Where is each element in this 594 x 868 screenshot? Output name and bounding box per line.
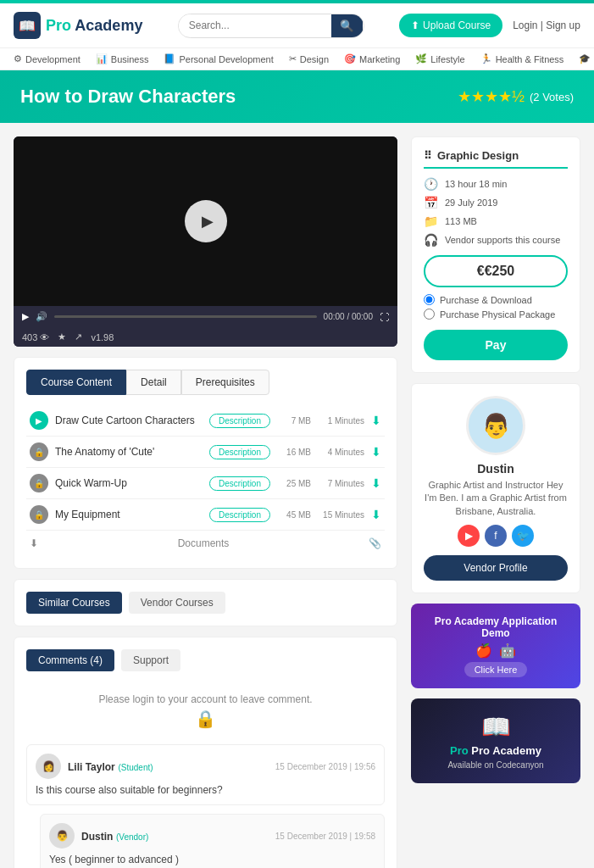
course-info-card: ⠿ Graphic Design 🕐 13 hour 18 min 📅 29 J… <box>411 136 580 373</box>
purchase-option-physical[interactable]: Purchase Physical Package <box>424 309 568 320</box>
nav-personal-dev[interactable]: 📘 Personal Development <box>164 53 273 64</box>
progress-bar[interactable] <box>54 315 317 318</box>
video-meta: 403 👁 ★ ↗ v1.98 <box>14 327 397 347</box>
twitter-icon[interactable]: 🐦 <box>512 525 534 547</box>
grid-icon: ⠿ <box>424 149 432 162</box>
lesson-row-0: ▶ Draw Cute Cartoon Characters Descripti… <box>26 405 385 437</box>
purchase-radio-download[interactable] <box>424 294 435 305</box>
nav-development[interactable]: ⚙ Development <box>14 53 80 64</box>
login-link[interactable]: Login | Sign up <box>513 19 580 31</box>
instructor-name: Dustin <box>424 462 568 476</box>
clock-icon: 🕐 <box>424 177 438 191</box>
commenter-info-0: Lili Taylor (Student) <box>68 760 153 773</box>
commenter-info-1: Dustin (Vendor) <box>81 830 148 843</box>
share-icon[interactable]: ↗ <box>75 331 82 342</box>
lesson-lock-icon-1: 🔒 <box>30 442 48 461</box>
tab-prerequisites[interactable]: Prerequisites <box>181 370 269 395</box>
category-header: ⠿ Graphic Design <box>424 149 568 169</box>
download-icon-1[interactable]: ⬇ <box>371 445 381 459</box>
video-screen[interactable] <box>14 136 397 306</box>
promo-app-content: Pro Academy Application Demo 🍎 🤖 Click H… <box>411 604 580 688</box>
promo-codecanyon-banner[interactable]: 📖 Pro Pro Academy Available on Codecanyo… <box>411 698 580 783</box>
rating-stars: ★★★★½ <box>458 87 525 106</box>
download-icon-2[interactable]: ⬇ <box>371 476 381 490</box>
fullscreen-button[interactable]: ⛶ <box>380 312 389 322</box>
play-pause-button[interactable]: ▶ <box>22 311 29 322</box>
left-column: ▶ 🔊 00:00 / 00:00 ⛶ 403 👁 ★ ↗ v1.98 Cour… <box>14 136 397 868</box>
course-content-section: Course Content Detail Prerequisites ▶ Dr… <box>14 357 397 569</box>
lesson-duration-3: 15 Minutes <box>318 510 364 520</box>
promo-cta[interactable]: Click Here <box>464 662 528 677</box>
main-content: ▶ 🔊 00:00 / 00:00 ⛶ 403 👁 ★ ↗ v1.98 Cour… <box>0 123 594 868</box>
comment-item-1: 👨 Dustin (Vendor) 15 December 2019 | 19:… <box>40 814 385 868</box>
login-notice: Please login to your account to leave co… <box>26 682 385 744</box>
apple-icon: 🍎 <box>475 643 492 659</box>
tab-vendor-courses[interactable]: Vendor Courses <box>129 592 225 614</box>
comment-meta-0: Lili Taylor (Student) 15 December 2019 |… <box>68 760 375 773</box>
comments-section: Comments (4) Support Please login to you… <box>14 637 397 868</box>
pay-button[interactable]: Pay <box>424 330 568 360</box>
attachment-icon: 📎 <box>369 537 381 549</box>
avatar-0: 👩 <box>36 754 61 779</box>
upload-icon: ⬆ <box>411 19 419 31</box>
lesson-name-2: Quick Warm-Up <box>55 477 203 489</box>
headset-icon: 🎧 <box>424 233 438 247</box>
meta-vendor-support: 🎧 Vendor supports this course <box>424 233 568 247</box>
volume-button[interactable]: 🔊 <box>36 311 47 322</box>
comment-header-1: 👨 Dustin (Vendor) 15 December 2019 | 19:… <box>49 823 375 849</box>
lesson-name-3: My Equipment <box>55 509 203 520</box>
similar-tabs: Similar Courses Vendor Courses <box>26 592 385 614</box>
description-button-0[interactable]: Description <box>209 414 270 428</box>
download-icon-3[interactable]: ⬇ <box>371 508 381 521</box>
tab-similar-courses[interactable]: Similar Courses <box>26 592 122 614</box>
nav-lifestyle[interactable]: 🌿 Lifestyle <box>415 53 464 64</box>
play-button[interactable] <box>185 200 227 242</box>
purchase-radio-physical[interactable] <box>424 309 435 320</box>
promo-app-banner[interactable]: Pro Academy Application Demo 🍎 🤖 Click H… <box>411 604 580 688</box>
promo-codecanyon-content: 📖 Pro Pro Academy Available on Codecanyo… <box>411 698 580 783</box>
upload-course-button[interactable]: ⬆ Upload Course <box>399 14 502 37</box>
description-button-3[interactable]: Description <box>209 508 270 522</box>
youtube-icon[interactable]: ▶ <box>458 525 480 547</box>
lesson-size-3: 45 MB <box>277 510 311 520</box>
logo-icon: 📖 <box>14 12 41 39</box>
logo[interactable]: 📖 Pro Academy <box>14 12 142 39</box>
vendor-profile-button[interactable]: Vendor Profile <box>424 555 568 581</box>
view-count: 403 👁 <box>22 332 49 342</box>
document-download-icon[interactable]: ⬇ <box>30 537 38 549</box>
facebook-icon[interactable]: f <box>485 525 507 547</box>
promo-cc-subtitle: Available on Codecanyon <box>447 760 543 770</box>
documents-row: ⬇ Documents 📎 <box>26 531 385 556</box>
tab-comments[interactable]: Comments (4) <box>26 649 114 671</box>
description-button-1[interactable]: Description <box>209 445 270 459</box>
nav-marketing[interactable]: 🎯 Marketing <box>344 53 400 64</box>
nav-business[interactable]: 📊 Business <box>96 53 149 64</box>
nav-design[interactable]: ✂ Design <box>289 53 329 64</box>
tab-support[interactable]: Support <box>121 649 180 671</box>
search-bar: 🔍 <box>178 14 364 38</box>
meta-size: 📁 113 MB <box>424 214 568 228</box>
lesson-row-3: 🔒 My Equipment Description 45 MB 15 Minu… <box>26 499 385 531</box>
nav-teaching[interactable]: 🎓 Teaching & Academics <box>579 53 594 64</box>
similar-section: Similar Courses Vendor Courses <box>14 579 397 626</box>
pro-label: Pro <box>450 744 469 757</box>
lesson-size-1: 16 MB <box>277 448 311 457</box>
purchase-option-download[interactable]: Purchase & Download <box>424 294 568 305</box>
lesson-play-icon-0: ▶ <box>30 411 48 430</box>
description-button-2[interactable]: Description <box>209 476 270 491</box>
course-title: How to Draw Characters <box>20 86 236 108</box>
tab-detail[interactable]: Detail <box>126 370 181 395</box>
android-icon: 🤖 <box>499 643 516 659</box>
nav-health[interactable]: 🏃 Health & Fitness <box>480 53 564 64</box>
promo-cc-title: Pro Pro Academy <box>450 744 541 757</box>
search-input[interactable] <box>179 14 331 36</box>
instructor-card: 👨 Dustin Graphic Artist and Instructor H… <box>411 383 580 593</box>
favorite-icon[interactable]: ★ <box>58 331 66 342</box>
tab-course-content[interactable]: Course Content <box>26 370 126 395</box>
calendar-icon: 📅 <box>424 196 438 209</box>
course-rating: ★★★★½ (2 Votes) <box>458 87 574 106</box>
lesson-duration-2: 7 Minutes <box>318 479 364 488</box>
search-button[interactable]: 🔍 <box>331 14 363 37</box>
download-icon-0[interactable]: ⬇ <box>371 414 381 427</box>
lesson-row-1: 🔒 The Anatomy of 'Cute' Description 16 M… <box>26 437 385 468</box>
